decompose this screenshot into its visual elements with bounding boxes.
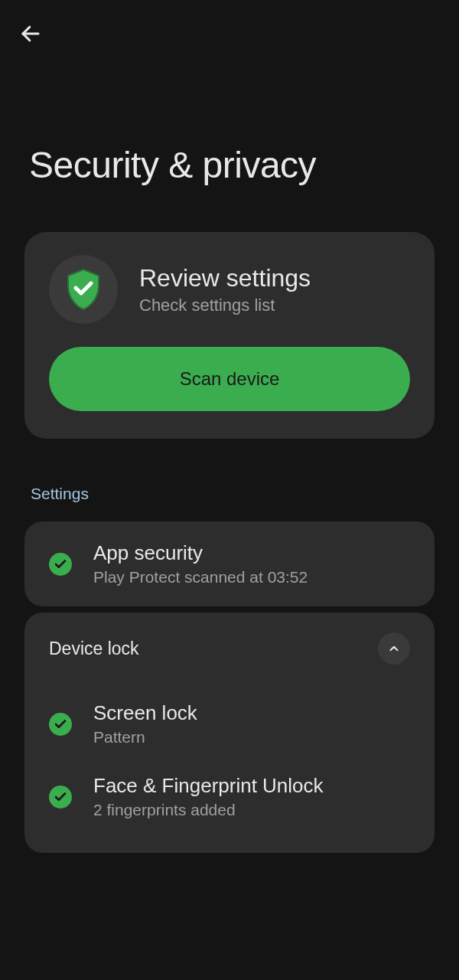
review-settings-card: Review settings Check settings list Scan…: [24, 232, 435, 439]
check-icon: [49, 786, 72, 808]
screen-lock-title: Screen lock: [93, 701, 410, 725]
page-title: Security & privacy: [0, 67, 459, 217]
chevron-up-icon: [387, 642, 401, 655]
device-lock-header-title: Device lock: [49, 639, 139, 659]
collapse-button[interactable]: [378, 632, 410, 665]
face-fingerprint-subtitle: 2 fingerprints added: [93, 801, 410, 819]
app-security-title: App security: [93, 541, 410, 565]
face-fingerprint-title: Face & Fingerprint Unlock: [93, 774, 410, 798]
review-subtitle: Check settings list: [139, 296, 410, 315]
check-icon: [49, 553, 72, 576]
device-lock-card: Device lock Screen lock Pattern Face & F…: [24, 612, 435, 853]
back-button[interactable]: [15, 18, 46, 49]
review-title: Review settings: [139, 264, 410, 292]
shield-icon-container: [49, 255, 118, 324]
check-icon: [49, 713, 72, 736]
screen-lock-item[interactable]: Screen lock Pattern: [49, 688, 410, 760]
arrow-left-icon: [19, 22, 42, 45]
face-fingerprint-item[interactable]: Face & Fingerprint Unlock 2 fingerprints…: [49, 760, 410, 833]
settings-section-label: Settings: [0, 454, 459, 521]
screen-lock-subtitle: Pattern: [93, 728, 410, 746]
shield-check-icon: [65, 268, 102, 311]
scan-device-button[interactable]: Scan device: [49, 347, 410, 411]
app-security-card[interactable]: App security Play Protect scanned at 03:…: [24, 521, 435, 606]
app-security-subtitle: Play Protect scanned at 03:52: [93, 568, 410, 586]
